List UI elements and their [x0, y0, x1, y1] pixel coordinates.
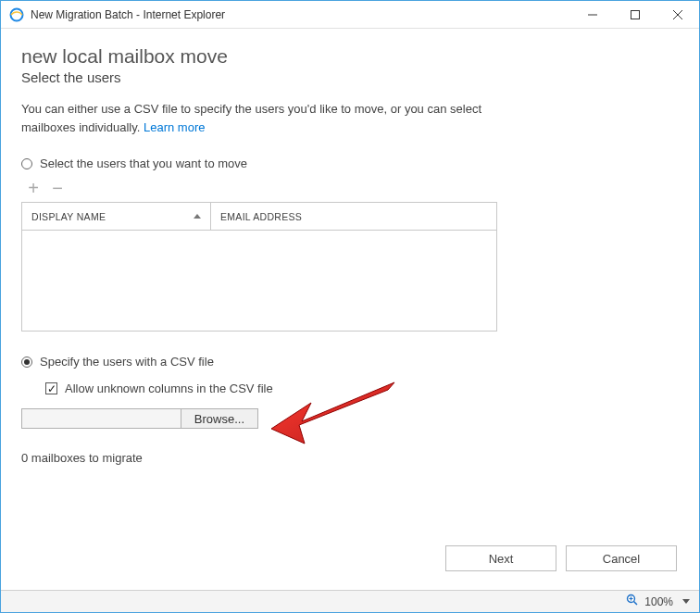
grid-header: DISPLAY NAME EMAIL ADDRESS: [22, 203, 496, 231]
radio-csv-file[interactable]: Specify the users with a CSV file: [21, 355, 679, 369]
zoom-level[interactable]: 100%: [644, 595, 673, 608]
svg-line-6: [634, 602, 638, 606]
radio-icon: [21, 158, 32, 169]
sort-asc-icon: [194, 214, 201, 219]
svg-line-3: [673, 10, 682, 19]
browse-control: Browse...: [21, 408, 258, 429]
zoom-icon[interactable]: [626, 594, 639, 609]
svg-point-0: [11, 8, 23, 20]
checkbox-label: Allow unknown columns in the CSV file: [65, 382, 273, 395]
zoom-dropdown-icon[interactable]: [682, 599, 690, 604]
migration-count: 0 mailboxes to migrate: [21, 451, 679, 465]
window-controls: [571, 1, 699, 28]
checkbox-allow-unknown[interactable]: Allow unknown columns in the CSV file: [45, 382, 679, 395]
radio-icon: [21, 357, 32, 368]
radio-label: Select the users that you want to move: [40, 156, 247, 170]
radio-select-users[interactable]: Select the users that you want to move: [21, 156, 679, 170]
users-grid: DISPLAY NAME EMAIL ADDRESS: [21, 202, 497, 332]
statusbar: 100%: [1, 590, 699, 612]
minimize-button[interactable]: [571, 1, 614, 28]
add-user-button[interactable]: +: [25, 180, 42, 196]
learn-more-link[interactable]: Learn more: [144, 120, 205, 134]
intro-text: You can either use a CSV file to specify…: [21, 100, 503, 136]
radio-label: Specify the users with a CSV file: [40, 355, 214, 369]
page-subtitle: Select the users: [21, 69, 679, 85]
user-list-toolbar: + −: [25, 180, 679, 196]
grid-body: [22, 231, 496, 332]
next-button[interactable]: Next: [445, 545, 556, 571]
svg-rect-2: [631, 10, 640, 19]
column-display-name[interactable]: DISPLAY NAME: [22, 203, 211, 230]
cancel-button[interactable]: Cancel: [566, 545, 677, 571]
window-titlebar: New Migration Batch - Internet Explorer: [1, 1, 699, 29]
window-title: New Migration Batch - Internet Explorer: [31, 8, 571, 21]
browse-button[interactable]: Browse...: [181, 409, 257, 428]
wizard-footer: Next Cancel: [445, 545, 677, 571]
checkbox-icon: [45, 382, 57, 394]
svg-line-4: [673, 10, 682, 19]
file-path-input[interactable]: [22, 409, 181, 428]
ie-icon: [8, 6, 25, 23]
remove-user-button[interactable]: −: [49, 180, 66, 196]
column-email[interactable]: EMAIL ADDRESS: [211, 203, 496, 230]
maximize-button[interactable]: [614, 1, 656, 28]
close-button[interactable]: [656, 1, 699, 28]
page-title: new local mailbox move: [21, 45, 679, 68]
